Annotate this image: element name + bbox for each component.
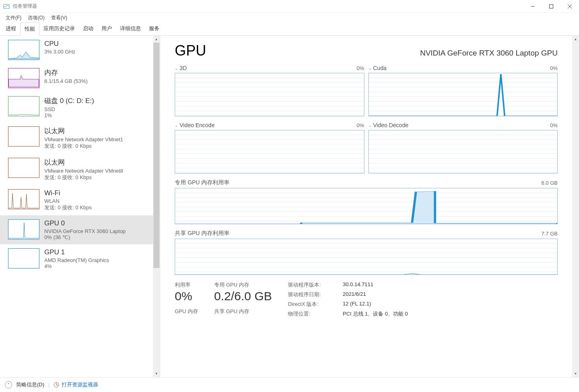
tab-users[interactable]: 用户 [97, 23, 116, 35]
stat-pair: DirectX 版本:12 (FL 12.1) [288, 301, 425, 308]
menu-options[interactable]: 选项(O) [25, 14, 47, 22]
sidebar-thumb [8, 96, 39, 116]
menubar: 文件(F) 选项(O) 查看(V) [0, 13, 579, 23]
open-resource-monitor-link[interactable]: 打开资源监视器 [54, 381, 98, 388]
sidebar-thumb [8, 158, 39, 178]
stat-pair: 物理位置:PCI 总线 1、设备 0、功能 0 [288, 310, 425, 318]
sidebar-item-sub1: AMD Radeon(TM) Graphics [44, 257, 151, 263]
tab-startup[interactable]: 启动 [79, 23, 97, 35]
stat-gpu-mem-label: GPU 内存 [175, 308, 198, 315]
sidebar-item-7[interactable]: GPU 1 AMD Radeon(TM) Graphics 4% [0, 244, 153, 273]
sidebar-item-1[interactable]: 内存 8.1/15.4 GB (53%) [0, 64, 153, 92]
sidebar-item-sub1: WLAN [44, 198, 151, 204]
sidebar-item-title: 内存 [44, 68, 151, 77]
chart-cuda[interactable]: ⌄Cuda0% [368, 65, 558, 116]
chart-shared-mem[interactable]: 共享 GPU 内存利用率7.7 GB [175, 230, 558, 275]
tab-services[interactable]: 服务 [145, 23, 163, 35]
tab-performance[interactable]: 性能 [20, 23, 39, 36]
sidebar-item-sub1: 8.1/15.4 GB (53%) [44, 78, 151, 84]
sidebar-item-sub1: 3% 3.00 GHz [44, 49, 151, 55]
sidebar-thumb [8, 126, 39, 146]
sidebar-item-title: GPU 1 [44, 248, 151, 256]
scrollbar-thumb[interactable] [153, 43, 159, 268]
menu-view[interactable]: 查看(V) [49, 14, 70, 22]
sidebar-item-3[interactable]: 以太网 VMware Network Adapter VMnet1 发送: 0 … [0, 122, 153, 154]
scroll-down-icon[interactable]: ▼ [572, 370, 579, 377]
sidebar-thumb [8, 219, 39, 239]
stat-utilization-value: 0% [175, 289, 198, 303]
scroll-up-icon[interactable]: ▲ [153, 36, 160, 43]
window-controls [523, 0, 579, 13]
stat-dedicated-value: 0.2/6.0 GB [214, 289, 272, 303]
sidebar-item-0[interactable]: CPU 3% 3.00 GHz [0, 36, 153, 64]
app-icon [3, 3, 10, 10]
svg-rect-1 [550, 4, 553, 8]
stats-grid: 利用率 0% GPU 内存 专用 GPU 内存 0.2/6.0 GB 共享 GP… [175, 281, 558, 320]
collapse-icon[interactable]: ⌃ [5, 381, 12, 388]
sidebar-item-6[interactable]: GPU 0 NVIDIA GeForce RTX 3060 Laptop 0% … [0, 215, 153, 244]
sidebar-item-5[interactable]: Wi-Fi WLAN 发送: 0 接收: 0 Kbps [0, 185, 153, 215]
stat-utilization-label: 利用率 [175, 281, 198, 289]
fewer-details-link[interactable]: 简略信息(D) [16, 381, 44, 388]
menu-file[interactable]: 文件(F) [3, 14, 24, 22]
chevron-down-icon[interactable]: ⌄ [175, 66, 178, 70]
sidebar-item-sub2: 发送: 0 接收: 0 Kbps [44, 204, 151, 211]
sidebar-thumb [8, 248, 39, 268]
tab-app-history[interactable]: 应用历史记录 [39, 23, 79, 35]
sidebar-item-title: GPU 0 [44, 219, 151, 227]
tab-processes[interactable]: 进程 [2, 23, 20, 35]
sidebar-scrollbar[interactable]: ▲ ▼ [153, 36, 160, 377]
content: CPU 3% 3.00 GHz 内存 8.1/15.4 GB (53%) 磁盘 … [0, 36, 579, 377]
sidebar-item-title: 以太网 [44, 126, 151, 136]
sidebar-thumb [8, 189, 39, 209]
chevron-down-icon[interactable]: ⌄ [368, 66, 372, 70]
scroll-down-icon[interactable]: ▼ [153, 370, 160, 377]
chart-video-encode[interactable]: ⌄Video Encode0% [175, 122, 364, 173]
sidebar-item-sub2: 4% [44, 263, 151, 269]
sidebar-item-title: Wi-Fi [44, 189, 151, 197]
detail-heading: GPU [175, 42, 206, 59]
sidebar-item-sub2: 发送: 0 接收: 0 Kbps [44, 174, 151, 181]
sidebar-thumb [8, 40, 39, 60]
sidebar-item-2[interactable]: 磁盘 0 (C: D: E:) SSD 1% [0, 92, 153, 122]
tab-details[interactable]: 详细信息 [116, 23, 145, 35]
sidebar-item-sub1: VMware Network Adapter VMnet1 [44, 136, 151, 142]
sidebar-item-title: 磁盘 0 (C: D: E:) [44, 96, 151, 105]
chart-video-decode[interactable]: ⌄Video Decode0% [368, 122, 558, 173]
sidebar-item-sub1: SSD [44, 106, 151, 112]
close-button[interactable] [560, 0, 579, 13]
stat-shared-label: 共享 GPU 内存 [214, 308, 272, 315]
tabstrip: 进程 性能 应用历史记录 启动 用户 详细信息 服务 [0, 23, 579, 36]
perf-monitor-icon [54, 382, 59, 388]
statusbar: ⌃ 简略信息(D) | 打开资源监视器 [0, 377, 579, 392]
maximize-button[interactable] [542, 0, 560, 13]
minimize-button[interactable] [523, 0, 542, 13]
chart-dedicated-mem[interactable]: 专用 GPU 内存利用率6.0 GB [175, 179, 558, 224]
sidebar-item-sub1: VMware Network Adapter VMnet8 [44, 168, 151, 174]
stat-pair: 驱动程序版本:30.0.14.7111 [288, 281, 425, 289]
sidebar-thumb [8, 68, 39, 88]
detail-pane: GPU NVIDIA GeForce RTX 3060 Laptop GPU ⌄… [160, 36, 579, 377]
sidebar-item-4[interactable]: 以太网 VMware Network Adapter VMnet8 发送: 0 … [0, 154, 153, 185]
window-title: 任务管理器 [13, 3, 523, 10]
detail-subheading: NVIDIA GeForce RTX 3060 Laptop GPU [420, 49, 558, 58]
chevron-down-icon[interactable]: ⌄ [175, 123, 178, 128]
sidebar-item-title: 以太网 [44, 158, 151, 167]
stat-dedicated-label: 专用 GPU 内存 [214, 281, 272, 289]
stat-pair: 驱动程序日期:2021/6/21 [288, 291, 425, 298]
chart-3d[interactable]: ⌄3D0% [175, 65, 364, 116]
chevron-down-icon[interactable]: ⌄ [368, 123, 372, 128]
sidebar-item-sub2: 0% (36 ℃) [44, 234, 151, 240]
sidebar-item-sub2: 发送: 0 接收: 0 Kbps [44, 142, 151, 150]
titlebar: 任务管理器 [0, 0, 579, 13]
sidebar: CPU 3% 3.00 GHz 内存 8.1/15.4 GB (53%) 磁盘 … [0, 36, 160, 377]
sidebar-item-sub1: NVIDIA GeForce RTX 3060 Laptop [44, 228, 151, 234]
scroll-up-icon[interactable]: ▲ [572, 36, 579, 43]
sidebar-item-title: CPU [44, 40, 151, 48]
detail-scrollbar[interactable]: ▲ ▼ [572, 36, 579, 377]
sidebar-item-sub2: 1% [44, 112, 151, 118]
